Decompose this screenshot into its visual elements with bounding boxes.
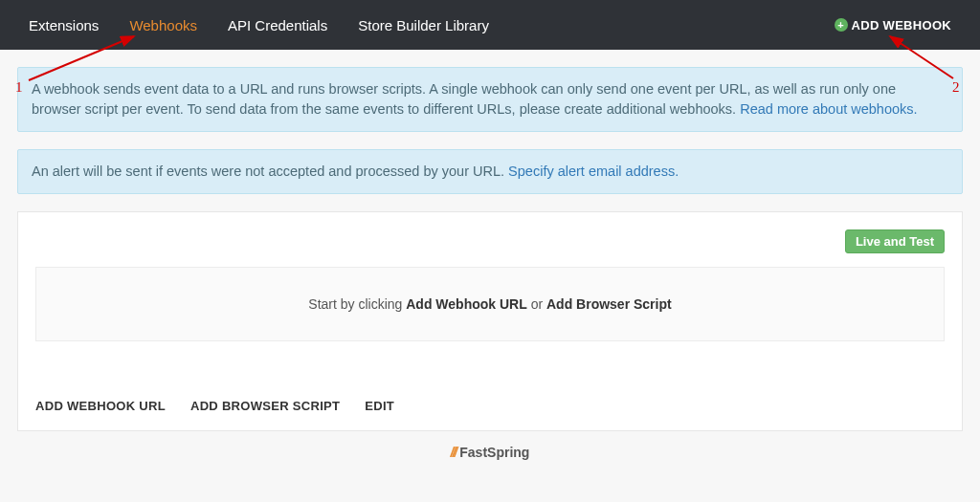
info-box-webhook-description: A webhook sends event data to a URL and … — [17, 67, 963, 132]
add-browser-script-button[interactable]: ADD BROWSER SCRIPT — [190, 399, 340, 413]
edit-button[interactable]: EDIT — [365, 399, 394, 413]
nav-tab-webhooks[interactable]: Webhooks — [129, 17, 197, 33]
fastspring-mark-icon: /// — [451, 445, 457, 460]
page-content: A webhook sends event data to a URL and … — [0, 50, 980, 491]
card-actions: ADD WEBHOOK URL ADD BROWSER SCRIPT EDIT — [35, 399, 945, 413]
annotation-number-1: 1 — [15, 79, 23, 96]
empty-prefix: Start by clicking — [308, 296, 406, 312]
nav-tab-extensions[interactable]: Extensions — [29, 17, 99, 33]
add-webhook-button-label: ADD WEBHOOK — [852, 18, 951, 33]
nav-tab-store-builder-library[interactable]: Store Builder Library — [358, 17, 489, 33]
add-webhook-button[interactable]: + ADD WEBHOOK — [835, 18, 951, 33]
nav-tab-api-credentials[interactable]: API Credentials — [228, 17, 327, 33]
nav-tabs: Extensions Webhooks API Credentials Stor… — [29, 17, 489, 33]
add-webhook-url-button[interactable]: ADD WEBHOOK URL — [35, 399, 166, 413]
empty-state-box: Start by clicking Add Webhook URL or Add… — [35, 267, 945, 341]
info-box-alert: An alert will be sent if events were not… — [17, 149, 963, 194]
footer: /// FastSpring — [17, 431, 963, 473]
annotation-number-2: 2 — [952, 79, 960, 96]
info-text-2: An alert will be sent if events were not… — [32, 164, 508, 179]
footer-brand-text: FastSpring — [459, 445, 529, 460]
empty-mid: or — [527, 296, 546, 312]
specify-alert-email-link[interactable]: Specify alert email address. — [508, 164, 679, 179]
webhook-card: Live and Test Start by clicking Add Webh… — [17, 211, 963, 431]
live-and-test-badge: Live and Test — [845, 229, 945, 253]
top-navbar: Extensions Webhooks API Credentials Stor… — [0, 0, 980, 50]
empty-bold-1: Add Webhook URL — [406, 296, 527, 312]
plus-circle-icon: + — [835, 18, 848, 32]
fastspring-logo: /// FastSpring — [451, 445, 530, 460]
read-more-webhooks-link[interactable]: Read more about webhooks. — [740, 101, 917, 117]
empty-bold-2: Add Browser Script — [546, 296, 672, 312]
